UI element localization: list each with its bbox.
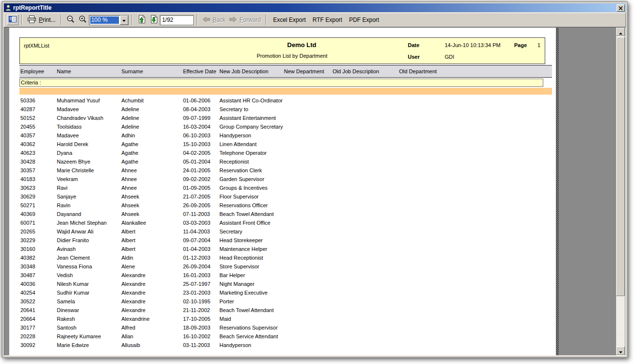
toolbar: Print... 100 %: [4, 13, 626, 27]
cell-effective-date: 03-03-2003: [182, 220, 218, 226]
cell-employee: 20228: [19, 333, 56, 339]
group-tree-toggle-button[interactable]: [7, 15, 18, 25]
vertical-scrollbar[interactable]: [616, 28, 625, 355]
excel-export-button[interactable]: Excel Export: [269, 15, 309, 25]
table-row: 30092Marie EdwizeAllusaib03-11-2003Handy…: [19, 341, 552, 349]
table-row: 40382Jean ClementAldin01-12-2003Head Rec…: [19, 253, 552, 262]
zoom-level-select[interactable]: 100 %: [89, 15, 129, 25]
cell-effective-date: 16-01-2003: [182, 272, 218, 278]
cell-surname: Ahseek: [120, 211, 182, 217]
cell-name: Santosh: [56, 325, 120, 331]
column-header-old-department: Old Department: [398, 68, 552, 74]
toolbar-separator: [61, 15, 62, 25]
page-value: 1: [537, 42, 540, 48]
criteria-row: Criteria :: [19, 79, 543, 87]
cell-new-job-description: Secretary to: [218, 106, 283, 112]
page-label: Page: [514, 42, 527, 48]
rtf-export-button[interactable]: RTF Export: [309, 15, 346, 25]
forward-button[interactable]: Forward: [227, 15, 263, 25]
cell-effective-date: 01-12-2003: [182, 255, 218, 261]
zoom-dropdown-button[interactable]: [120, 16, 128, 25]
cell-surname: Alexandre: [120, 298, 182, 304]
cell-name: Marie Christelle: [56, 167, 120, 173]
pdf-export-button[interactable]: PDF Export: [346, 15, 383, 25]
cell-surname: Adeline: [120, 106, 182, 112]
column-header-employee: Employee: [19, 68, 56, 74]
cell-employee: 30229: [19, 237, 56, 243]
cell-employee: 30177: [19, 325, 56, 331]
cell-new-job-description: Reservation Clerk: [218, 167, 283, 173]
table-row: 40623DyanaAgathe04-02-2005Telephone Oper…: [19, 149, 552, 157]
cell-name: Nazeem Bhye: [56, 159, 120, 165]
report-viewer-area: rptXMLList Demo Ltd Promotion List by De…: [4, 27, 626, 356]
table-row: 30357Marie ChristelleAhnee24-01-2005Rese…: [19, 166, 552, 175]
rtf-export-label: RTF Export: [313, 17, 342, 23]
report-content: rptXMLList Demo Ltd Promotion List by De…: [9, 28, 556, 355]
printer-icon: [27, 16, 36, 25]
cell-effective-date: 17-10-2005: [182, 316, 218, 322]
cell-employee: 50271: [19, 202, 56, 208]
cell-surname: Alexandrine: [120, 316, 182, 322]
scrollbar-thumb[interactable]: [616, 37, 625, 296]
cell-employee: 30428: [19, 159, 56, 165]
cell-employee: 40357: [19, 132, 56, 138]
column-header-row: Employee Name Surname Effective Date New…: [19, 65, 552, 78]
cell-name: Vanessa Fiona: [56, 264, 120, 269]
chevron-down-icon: [122, 17, 126, 23]
cell-name: Veekram: [56, 176, 120, 182]
cell-surname: Adeline: [120, 115, 182, 121]
table-row: 20265Wajid Anwar AliAlbert11-04-2003Secr…: [19, 227, 552, 236]
print-button[interactable]: Print...: [25, 14, 58, 26]
table-row: 40183VeekramAhnee09-02-2002Garden Superv…: [19, 175, 552, 183]
print-label: Print...: [39, 17, 56, 23]
cell-surname: Alexandre: [120, 272, 182, 278]
cell-effective-date: 26-09-2004: [182, 264, 218, 269]
next-page-button[interactable]: [148, 14, 160, 26]
page-down-icon: [150, 15, 158, 25]
cell-effective-date: 03-11-2003: [182, 342, 218, 348]
scroll-down-button[interactable]: [616, 347, 625, 355]
cell-name: Madavee: [56, 106, 120, 112]
cell-employee: 20265: [19, 229, 56, 234]
close-icon: [619, 4, 623, 12]
cell-name: Marie Edwize: [56, 342, 120, 348]
toolbar-separator: [21, 15, 22, 25]
cell-employee: 30357: [19, 167, 56, 173]
table-row: 50336Muhammad YusufAchumbit01-06-2006Ass…: [19, 96, 552, 105]
cell-surname: Ahnee: [120, 167, 182, 173]
scroll-up-button[interactable]: [616, 28, 625, 36]
triangle-down-icon: [619, 347, 622, 355]
close-button[interactable]: [617, 4, 625, 12]
forward-arrow-icon: [229, 17, 237, 24]
zoom-out-icon: [67, 15, 75, 25]
cell-surname: Allusaib: [120, 342, 182, 348]
zoom-in-button[interactable]: [77, 14, 89, 26]
page-number-input[interactable]: [160, 15, 194, 25]
cell-effective-date: 11-04-2003: [182, 229, 218, 234]
title-bar[interactable]: rptReportTitle: [4, 3, 626, 12]
column-header-effective-date: Effective Date: [182, 68, 218, 74]
cell-new-job-description: Bar Helper: [218, 272, 283, 278]
table-row: 40287MadaveeAdeline08-04-2003Secretary t…: [19, 105, 552, 114]
triangle-up-icon: [619, 28, 622, 36]
cell-name: Sanjaye: [56, 194, 120, 199]
cell-employee: 20455: [19, 124, 56, 130]
cell-new-job-description: Porter: [218, 298, 283, 304]
cell-name: Samela: [56, 298, 120, 304]
cell-new-job-description: Store Supervisor: [218, 264, 283, 269]
cell-effective-date: 26-09-2005: [182, 202, 218, 208]
cell-employee: 30160: [19, 246, 56, 252]
cell-surname: Adeline: [120, 124, 182, 130]
cell-surname: Ahnee: [120, 185, 182, 191]
cell-name: Sudhir Kumar: [56, 290, 120, 296]
cell-effective-date: 04-02-2005: [182, 150, 218, 156]
cell-new-job-description: Beach Service Attendant: [218, 333, 283, 339]
cell-surname: Achumbit: [120, 98, 182, 103]
cell-new-job-description: Assistant HR Co-Ordinator: [218, 98, 283, 103]
cell-new-job-description: Maintenance Helper: [218, 246, 283, 252]
page-edge-shadow: [556, 28, 559, 355]
cell-employee: 30623: [19, 185, 56, 191]
zoom-out-button[interactable]: [65, 14, 77, 26]
previous-page-button[interactable]: [135, 14, 148, 26]
back-button[interactable]: Back: [201, 15, 228, 25]
